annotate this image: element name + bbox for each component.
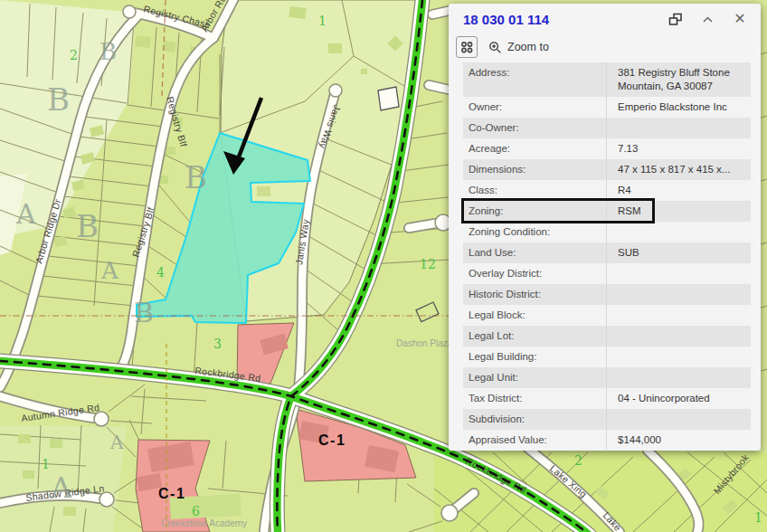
svg-text:A: A	[50, 470, 72, 505]
svg-text:A: A	[109, 432, 124, 453]
poi-label-creekstone-academy: Creekstone Academy	[161, 518, 247, 528]
table-row-co-owner: Co-Owner:	[463, 118, 751, 138]
zoning-label-c1-left: C-1	[158, 486, 185, 501]
svg-text:B: B	[134, 297, 154, 328]
table-row-zoning-condition: Zoning Condition:	[463, 222, 751, 242]
svg-text:6: 6	[192, 504, 200, 518]
dock-icon[interactable]	[665, 10, 685, 28]
parcel-popup: 18 030 01 114 ✕	[449, 4, 761, 451]
zoom-to-label: Zoom to	[507, 41, 549, 53]
table-row-legal-block: Legal Block:	[463, 305, 751, 326]
poi-label-dashon-plaza: Dashon Plaza	[396, 338, 453, 348]
collapse-icon[interactable]	[697, 10, 717, 28]
svg-text:B: B	[185, 159, 207, 195]
parcel-id-title: 18 030 01 114	[463, 12, 652, 27]
outlined-building	[378, 87, 399, 110]
table-row-owner: Owner:Emperio Blackstone Inc	[463, 97, 751, 118]
svg-text:1: 1	[318, 14, 327, 28]
table-row-legal-building: Legal Building:	[463, 347, 751, 367]
table-row-dimensions: Dimensions:47 x 115 x 817 x 415 x...	[463, 159, 751, 180]
building-footprint	[257, 186, 270, 196]
gis-map-viewer: Rockbridge Rd Rockbridge Rd Registry Cha…	[0, 0, 767, 532]
table-row-class: Class:R4	[463, 180, 751, 201]
svg-text:1: 1	[42, 457, 50, 471]
svg-text:4: 4	[156, 265, 165, 280]
table-row-legal-lot: Legal Lot:	[463, 326, 751, 347]
table-row-historic-district: Historic District:	[463, 284, 751, 305]
svg-text:B: B	[76, 208, 99, 244]
table-row-land-use: Land Use:SUB	[463, 242, 751, 263]
svg-text:A: A	[100, 257, 119, 284]
popup-header: 18 030 01 114 ✕	[449, 4, 761, 33]
zoom-to-action[interactable]: Zoom to	[488, 41, 549, 54]
svg-text:B: B	[99, 38, 117, 65]
table-row-zoning: Zoning:RSM	[463, 201, 751, 222]
attribute-table: Address:381 Registry Bluff Stone Mountai…	[463, 62, 751, 451]
popup-toolbar: Zoom to	[449, 33, 761, 62]
table-row-subdivision: Subdivision:	[463, 409, 751, 430]
table-row-acreage: Acreage:7.13	[463, 138, 751, 159]
svg-text:2: 2	[574, 453, 582, 468]
svg-text:B: B	[47, 81, 70, 118]
table-row-legal-unit: Legal Unit:	[463, 367, 751, 388]
table-row-address: Address:381 Registry Bluff Stone Mountai…	[463, 62, 751, 97]
svg-text:3: 3	[213, 337, 222, 351]
svg-text:A: A	[15, 198, 36, 230]
svg-text:2: 2	[70, 48, 78, 62]
table-row-overlay-district: Overlay District:	[463, 263, 751, 284]
close-icon[interactable]: ✕	[730, 10, 750, 28]
svg-text:1: 1	[754, 510, 762, 525]
zoning-label-c1-right: C-1	[318, 432, 346, 448]
feature-menu-button[interactable]	[456, 36, 478, 58]
svg-text:12: 12	[420, 257, 436, 271]
zoom-to-icon	[488, 41, 502, 54]
table-row-appraised-value: Appraised Value:$144,000	[463, 430, 751, 451]
table-row-tax-district: Tax District:04 - Unincorporated	[463, 388, 751, 409]
